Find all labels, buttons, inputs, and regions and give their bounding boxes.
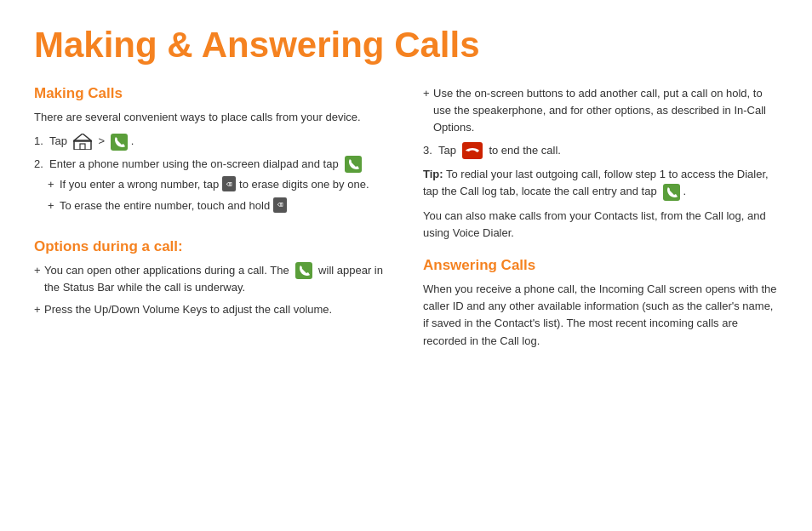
end-call-icon xyxy=(462,142,483,159)
options-list: You can open other applications during a… xyxy=(34,262,389,319)
svg-rect-6 xyxy=(462,142,483,159)
step-2-sub-items: If you enter a wrong number, tap ⌫ to er… xyxy=(48,176,369,217)
extra-text: You can also make calls from your Contac… xyxy=(423,208,778,242)
svg-rect-2 xyxy=(80,144,85,150)
option-item-2: Press the Up/Down Volume Keys to adjust … xyxy=(34,301,389,318)
step-2: 2. Enter a phone number using the on-scr… xyxy=(34,156,389,221)
making-calls-section: Making Calls There are several convenien… xyxy=(34,85,389,221)
making-calls-steps: 1. Tap > xyxy=(34,133,389,220)
options-title: Options during a call: xyxy=(34,238,389,255)
step-3-num: 3. xyxy=(423,142,438,159)
phone-green-icon-1 xyxy=(111,134,128,151)
options-section: Options during a call: You can open othe… xyxy=(34,238,389,319)
step-1: 1. Tap > xyxy=(34,133,389,151)
making-calls-title: Making Calls xyxy=(34,85,389,102)
phone-green-icon-2 xyxy=(345,156,362,173)
answering-calls-body: When you receive a phone call, the Incom… xyxy=(423,281,778,350)
tip-text: Tip: To redial your last outgoing call, … xyxy=(423,166,778,201)
home-icon xyxy=(73,134,92,150)
right-column: Use the on-screen buttons to add another… xyxy=(423,85,778,357)
step-2-text: Enter a phone number using the on-screen… xyxy=(49,156,362,174)
option-item-1: You can open other applications during a… xyxy=(34,262,389,297)
sub-item-1: If you enter a wrong number, tap ⌫ to er… xyxy=(48,176,369,193)
backspace-icon-2: ⌫ xyxy=(273,197,288,213)
step-1-num: 1. xyxy=(34,133,49,150)
continuation-list: Use the on-screen buttons to add another… xyxy=(423,85,778,136)
main-title: Making & Answering Calls xyxy=(34,26,778,65)
step-1-text: Tap > . xyxy=(49,133,134,151)
step-2-num: 2. xyxy=(34,156,49,173)
making-calls-intro: There are several convenient ways to pla… xyxy=(34,109,389,126)
continuation-item-1: Use the on-screen buttons to add another… xyxy=(423,85,778,136)
left-column: Making Calls There are several convenien… xyxy=(34,85,389,357)
backspace-icon-1: ⌫ xyxy=(222,176,237,191)
step3-list: 3. Tap to end the call. xyxy=(423,142,778,160)
sub-item-2: To erase the entire number, touch and ho… xyxy=(48,197,369,214)
step-3: 3. Tap to end the call. xyxy=(423,142,778,160)
step-3-text: Tap to end the call. xyxy=(438,142,561,160)
phone-green-icon-3 xyxy=(295,262,312,279)
phone-green-icon-4 xyxy=(663,184,680,201)
answering-calls-section: Answering Calls When you receive a phone… xyxy=(423,257,778,350)
answering-calls-title: Answering Calls xyxy=(423,257,778,274)
